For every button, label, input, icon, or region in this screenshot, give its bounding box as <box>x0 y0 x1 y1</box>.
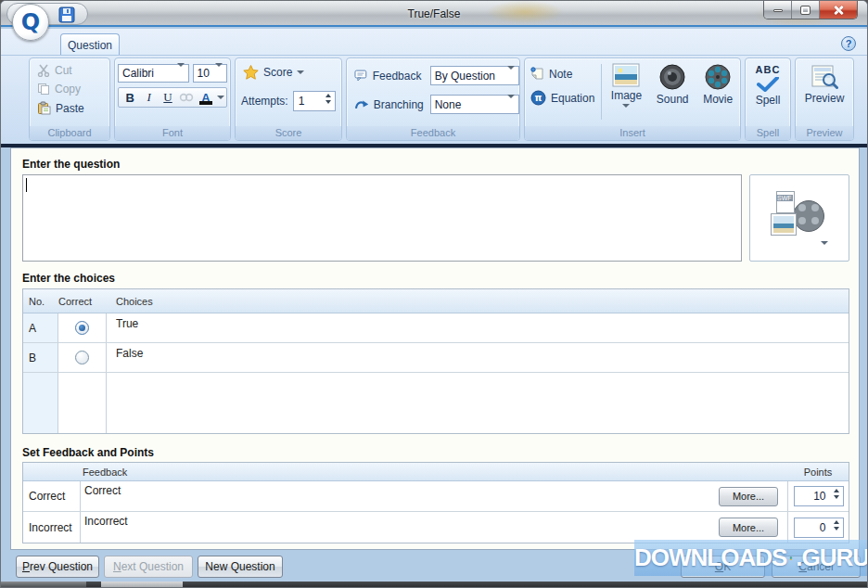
chevron-down-icon <box>821 241 828 245</box>
spin-down-icon[interactable] <box>834 527 839 530</box>
watermark-left-text: DOWNLOADS <box>634 543 786 572</box>
col-header-correct: Correct <box>58 296 107 307</box>
font-family-value: Calibri <box>122 67 154 80</box>
media-icon: SWF <box>771 191 828 245</box>
feedback-row-correct: Correct Correct More... 10 <box>23 481 849 512</box>
underline-button[interactable]: U <box>159 89 177 106</box>
paste-button[interactable]: Paste <box>37 101 109 115</box>
equation-label: Equation <box>551 92 594 105</box>
spin-up-icon[interactable] <box>834 489 839 492</box>
feedback-text-input[interactable]: Incorrect <box>81 512 719 543</box>
choices-section-label: Enter the choices <box>22 272 115 285</box>
feedback-mode-select[interactable]: By Question <box>430 66 519 85</box>
group-feedback: Feedback By Question Branching None <box>346 58 520 141</box>
choice-row-b: B False <box>23 343 849 373</box>
svg-text:π: π <box>535 93 542 103</box>
bold-button[interactable]: B <box>121 89 139 106</box>
image-label: Image <box>611 89 642 102</box>
font-size-select[interactable]: 10 <box>193 64 227 83</box>
cut-label: Cut <box>55 64 72 77</box>
question-input[interactable] <box>22 174 742 262</box>
sound-button[interactable]: Sound <box>657 63 689 125</box>
feedback-text-input[interactable]: Correct <box>81 481 719 511</box>
choice-letter: B <box>23 343 58 372</box>
sound-icon <box>658 63 686 91</box>
photo-icon <box>771 213 797 236</box>
group-label-feedback: Feedback <box>347 126 519 140</box>
cut-button[interactable]: Cut <box>37 64 109 77</box>
swf-label: SWF <box>776 195 793 201</box>
maximize-button[interactable] <box>792 1 820 19</box>
more-button-incorrect[interactable]: More... <box>719 518 778 537</box>
spin-down-icon[interactable] <box>834 495 839 499</box>
main-panel: Enter the question SWF Enter the choices <box>10 147 860 550</box>
app-logo-icon[interactable]: Q <box>12 4 49 41</box>
save-button[interactable] <box>58 6 75 23</box>
movie-label: Movie <box>703 93 733 106</box>
spell-label: Spell <box>756 94 781 107</box>
chevron-down-icon <box>297 70 304 74</box>
insert-media-button[interactable]: SWF <box>749 174 849 262</box>
branching-icon <box>354 98 369 110</box>
note-label: Note <box>549 68 572 81</box>
save-icon <box>58 6 75 23</box>
taskbar-segment <box>1 582 86 588</box>
points-stepper-correct[interactable]: 10 <box>794 486 844 506</box>
col-header-choices: Choices <box>107 296 849 307</box>
score-label: Score <box>263 66 292 79</box>
close-button[interactable] <box>820 1 857 19</box>
maximize-icon <box>801 6 810 14</box>
window-title: True/False <box>1 7 867 20</box>
minimize-button[interactable] <box>764 1 792 19</box>
movie-icon <box>704 63 732 91</box>
preview-button[interactable]: Preview <box>796 58 853 105</box>
image-button[interactable]: Image <box>611 63 642 125</box>
branching-select[interactable]: None <box>430 95 519 114</box>
group-insert: Note π Equation <box>524 58 741 141</box>
group-preview: Preview Preview <box>795 58 854 141</box>
movie-button[interactable]: Movie <box>703 63 733 125</box>
equation-icon: π <box>530 90 546 106</box>
prev-question-button[interactable]: Prev Question <box>16 556 99 578</box>
equation-button[interactable]: π Equation <box>530 90 599 106</box>
tab-divider <box>1 55 867 56</box>
spin-down-icon[interactable] <box>326 100 331 104</box>
font-size-value: 10 <box>198 67 210 80</box>
copy-button[interactable]: Copy <box>37 83 109 96</box>
points-stepper-incorrect[interactable]: 0 <box>794 518 844 538</box>
spell-button[interactable]: ABC Spell <box>746 58 790 107</box>
next-question-button[interactable]: Next Question <box>104 556 193 578</box>
swf-file-icon: SWF <box>776 191 795 213</box>
attempts-stepper[interactable]: 1 <box>293 91 336 111</box>
title-bar[interactable]: True/False <box>1 1 867 27</box>
feedback-label: Feedback <box>373 70 426 83</box>
attempts-value: 1 <box>299 95 305 108</box>
link-button[interactable] <box>177 89 196 106</box>
branching-label: Branching <box>374 98 426 111</box>
ribbon: Question ? Cut <box>1 29 867 144</box>
tab-question[interactable]: Question <box>60 33 120 56</box>
chevron-down-icon <box>507 66 515 83</box>
score-button[interactable]: Score <box>236 58 341 80</box>
choice-text-input[interactable]: True <box>107 313 849 342</box>
note-button[interactable]: Note <box>530 67 599 81</box>
taskbar-strip <box>1 582 867 588</box>
image-icon <box>612 63 640 87</box>
italic-button[interactable]: I <box>139 89 158 106</box>
more-button-correct[interactable]: More... <box>719 487 778 506</box>
spin-up-icon[interactable] <box>326 94 331 97</box>
correct-radio-b[interactable] <box>75 351 89 364</box>
spin-up-icon[interactable] <box>834 520 839 524</box>
group-label-spell: Spell <box>746 126 790 140</box>
font-family-select[interactable]: Calibri <box>118 64 189 83</box>
row-label: Incorrect <box>23 512 81 543</box>
help-button[interactable]: ? <box>841 36 856 51</box>
font-color-button[interactable]: A <box>197 89 215 106</box>
choice-text-input[interactable]: False <box>107 343 849 372</box>
new-question-button[interactable]: New Question <box>198 556 283 578</box>
true-false-dialog: True/False Q Question ? <box>0 0 868 588</box>
chevron-down-icon[interactable] <box>217 96 224 99</box>
row-label: Correct <box>23 481 81 511</box>
correct-radio-a[interactable] <box>75 321 89 335</box>
ribbon-groups: Cut Copy <box>29 58 854 141</box>
